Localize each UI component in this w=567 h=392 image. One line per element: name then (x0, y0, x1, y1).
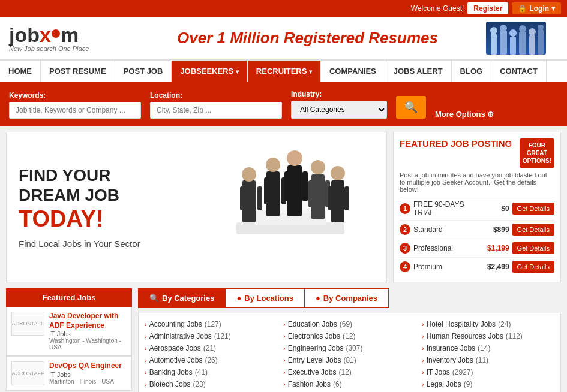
tab-by-companies[interactable]: ● By Companies (305, 288, 389, 308)
get-details-button[interactable]: Get Details (512, 203, 554, 215)
cat-arrow-icon: › (422, 345, 424, 352)
plan-number: 2 (400, 224, 410, 235)
cat-arrow-icon: › (145, 321, 147, 328)
company-icon: ● (316, 294, 320, 303)
cat-arrow-icon: › (422, 369, 424, 376)
cat-label[interactable]: Aerospace Jobs (149, 344, 201, 352)
svg-rect-2 (500, 31, 507, 55)
cat-label[interactable]: Entry Level Jobs (288, 356, 341, 364)
location-label: Location: (150, 91, 282, 99)
cat-label[interactable]: Banking Jobs (149, 368, 193, 376)
hero-today: TODAY! (19, 206, 103, 231)
hero-heading: FIND YOUR DREAM JOB TODAY! (19, 165, 140, 233)
category-item[interactable]: › Executive Jobs (12) (283, 366, 416, 378)
cat-count: (127) (205, 320, 221, 328)
hero-text: FIND YOUR DREAM JOB TODAY! Find Local Jo… (19, 165, 140, 249)
cat-arrow-icon: › (283, 369, 286, 376)
category-item[interactable]: › IT Jobs (2927) (422, 366, 554, 378)
cat-label[interactable]: Insurance Jobs (427, 344, 475, 352)
main-content: FIND YOUR DREAM JOB TODAY! Find Local Jo… (0, 126, 567, 288)
login-button[interactable]: 🔒 Login ▾ (512, 2, 561, 14)
category-item[interactable]: › Administrative Jobs (121) (145, 330, 277, 342)
more-options-link[interactable]: More Options ⊕ (435, 110, 494, 119)
search-button[interactable]: 🔍 (396, 96, 426, 119)
nav-blog[interactable]: BLOG (452, 61, 492, 82)
category-item[interactable]: › Inventory Jobs (11) (422, 354, 554, 366)
cat-arrow-icon: › (145, 381, 147, 388)
category-item[interactable]: › Banking Jobs (41) (145, 366, 277, 378)
nav-companies[interactable]: COMPANIES (321, 61, 385, 82)
category-item[interactable]: › Electronics Jobs (12) (283, 330, 416, 342)
logo-x: x (40, 25, 51, 45)
pricing-rows: 1 FREE 90-DAYS TRIAL $0 Get Details 2 St… (400, 197, 554, 276)
category-item[interactable]: › Engineering Jobs (307) (283, 342, 416, 354)
header: jobxm New Job search One Place Over 1 Mi… (0, 17, 567, 60)
cat-label[interactable]: Engineering Jobs (288, 344, 344, 352)
header-image (486, 22, 558, 55)
lock-icon: 🔒 (518, 4, 527, 13)
cat-label[interactable]: Executive Jobs (288, 368, 337, 376)
cat-label[interactable]: Education Jobs (288, 320, 337, 328)
cat-count: (112) (506, 332, 523, 340)
nav-contact[interactable]: CONTACT (491, 61, 547, 82)
cat-count: (12) (343, 332, 355, 340)
category-item[interactable]: › Human Resources Jobs (112) (422, 330, 554, 342)
category-item[interactable]: › Biotech Jobs (23) (145, 378, 277, 390)
category-item[interactable]: › Automotive Jobs (26) (145, 354, 277, 366)
nav-post-job[interactable]: POST JOB (115, 61, 172, 82)
nav-jobs-alert[interactable]: JOBS ALERT (385, 61, 452, 82)
cat-label[interactable]: Legal Jobs (427, 380, 461, 388)
industry-select[interactable]: All Categories (291, 101, 387, 119)
get-details-button[interactable]: Get Details (512, 261, 554, 273)
featured-posting-desc: Post a job in minutes and have you job b… (400, 171, 554, 193)
category-item[interactable]: › Education Jobs (69) (283, 318, 416, 330)
featured-posting-title: FEATURED JOB POSTING (400, 138, 512, 149)
cat-label[interactable]: Biotech Jobs (149, 380, 191, 388)
cat-label[interactable]: Electronics Jobs (288, 332, 340, 340)
featured-jobs-panel: Featured Jobs ACROSTAFF Java Developer w… (6, 288, 132, 392)
four-great-badge: FOURGREATOPTIONS! (520, 138, 554, 168)
cat-label[interactable]: IT Jobs (427, 368, 450, 376)
job-title[interactable]: Java Developer with ADF Experience (49, 312, 127, 330)
job-title[interactable]: DevOps QA Engineer (49, 361, 122, 371)
tab-by-categories[interactable]: 🔍 By Categories (138, 288, 226, 308)
job-logo: ACROSTAFF (11, 361, 44, 385)
cat-label[interactable]: Administrative Jobs (149, 332, 212, 340)
cat-arrow-icon: › (145, 345, 147, 352)
cat-label[interactable]: Hotel Hospitality Jobs (427, 320, 496, 328)
get-details-button[interactable]: Get Details (512, 224, 554, 236)
job-card-1: ACROSTAFF Java Developer with ADF Experi… (6, 307, 132, 356)
category-item[interactable]: › Entry Level Jobs (81) (283, 354, 416, 366)
keywords-input[interactable] (9, 102, 141, 119)
cat-count: (12) (338, 368, 351, 376)
cat-arrow-icon: › (422, 333, 424, 340)
category-item[interactable]: › Accounting Jobs (127) (145, 318, 277, 330)
category-item[interactable]: › Fashion Jobs (6) (283, 378, 416, 390)
job-location: Martinton - Illinois - USA (49, 378, 122, 385)
nav-jobseekers[interactable]: JOBSEEKERS ▾ (172, 61, 247, 82)
navigation: HOME POST RESUME POST JOB JOBSEEKERS ▾ R… (0, 60, 567, 83)
cat-count: (41) (195, 368, 208, 376)
get-details-button[interactable]: Get Details (512, 242, 554, 254)
register-button[interactable]: Register (467, 2, 508, 14)
tab-by-locations[interactable]: ● By Locations (226, 288, 304, 308)
nav-recruiters[interactable]: RECRUITERS ▾ (248, 61, 321, 82)
cat-label[interactable]: Automotive Jobs (149, 356, 203, 364)
logo-area: jobxm New Job search One Place (9, 25, 129, 52)
header-tagline: Over 1 Million Registered Resumes (129, 29, 486, 47)
logo-job: job (9, 25, 40, 45)
nav-post-resume[interactable]: POST RESUME (41, 61, 115, 82)
category-item[interactable]: › Legal Jobs (9) (422, 378, 554, 390)
cat-label[interactable]: Fashion Jobs (288, 380, 331, 388)
category-item[interactable]: › Aerospace Jobs (21) (145, 342, 277, 354)
nav-home[interactable]: HOME (0, 61, 41, 82)
cat-label[interactable]: Accounting Jobs (149, 320, 202, 328)
cat-label[interactable]: Human Resources Jobs (427, 332, 503, 340)
cat-arrow-icon: › (145, 333, 147, 340)
category-item[interactable]: › Hotel Hospitality Jobs (24) (422, 318, 554, 330)
location-input[interactable] (150, 102, 282, 119)
svg-rect-6 (519, 32, 526, 55)
cat-label[interactable]: Inventory Jobs (427, 356, 473, 364)
category-item[interactable]: › Insurance Jobs (14) (422, 342, 554, 354)
cat-count: (14) (478, 344, 490, 352)
